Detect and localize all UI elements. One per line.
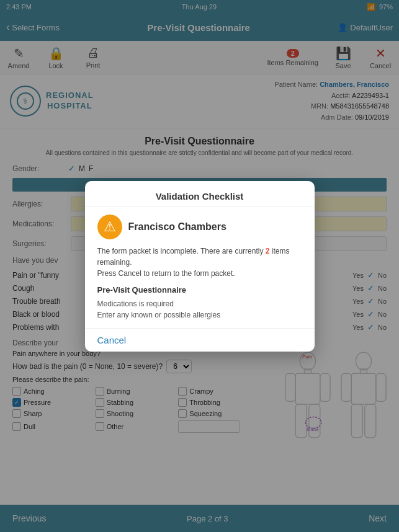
modal-overlay: Validation Checklist ⚠ Francisco Chamber… — [0, 0, 399, 532]
modal-message: The form packet is incomplete. There are… — [97, 246, 302, 279]
items-count: 2 — [266, 247, 270, 255]
warning-icon: ⚠ — [97, 215, 122, 239]
modal-cancel-button[interactable]: Cancel — [85, 328, 315, 352]
modal-patient-row: ⚠ Francisco Chambers — [97, 215, 302, 239]
modal-patient-name: Francisco Chambers — [128, 221, 226, 233]
modal-item-1: Enter any known or possible allergies — [97, 309, 302, 321]
modal-item-0: Medications is required — [97, 298, 302, 309]
validation-modal: Validation Checklist ⚠ Francisco Chamber… — [85, 181, 315, 352]
modal-header: Validation Checklist — [85, 181, 315, 207]
modal-body: ⚠ Francisco Chambers The form packet is … — [85, 207, 315, 328]
modal-section-title: Pre-Visit Questionnaire — [97, 285, 302, 295]
